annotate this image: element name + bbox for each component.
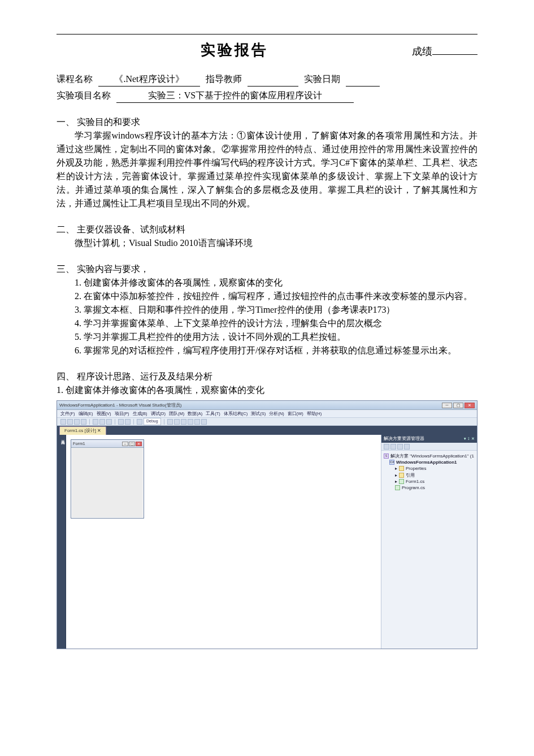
close-tab-icon[interactable]: ✕ bbox=[97, 428, 101, 433]
properties-icon[interactable] bbox=[384, 444, 389, 450]
close-button[interactable]: ✕ bbox=[464, 403, 475, 408]
section-3: 三、 实验内容与要求， 1. 创建窗体并修改窗体的各项属性，观察窗体的变化 2.… bbox=[57, 262, 477, 357]
refresh-icon[interactable] bbox=[397, 444, 403, 450]
toolbar-separator bbox=[133, 419, 134, 425]
menu-tools[interactable]: 工具(T) bbox=[206, 411, 220, 417]
score-label: 成绩 bbox=[412, 44, 432, 59]
form-minimize-icon[interactable]: ─ bbox=[122, 442, 128, 446]
menu-data[interactable]: 数据(A) bbox=[188, 411, 202, 417]
copy-icon[interactable] bbox=[99, 419, 105, 425]
solution-explorer-toolbar bbox=[381, 443, 477, 451]
meta-row-1: 课程名称 《.Net程序设计》 指导教师 实验日期 bbox=[57, 72, 477, 87]
tree-solution-node[interactable]: S 解决方案 "WindowsFormsApplication1" (1 bbox=[384, 453, 475, 459]
save-icon[interactable] bbox=[74, 419, 80, 425]
ide-body: 工具箱 Form1 ─ ▢ ✕ 解决方案资源管理器 bbox=[57, 435, 477, 649]
align-icon[interactable] bbox=[181, 419, 186, 425]
open-icon[interactable] bbox=[67, 419, 73, 425]
tree-project-label: WindowsFormsApplication1 bbox=[396, 459, 457, 465]
tree-node-label: Properties bbox=[406, 465, 426, 472]
title-row: 实验报告 成绩 bbox=[57, 39, 477, 61]
ide-screenshot: WindowsFormsApplication1 - Microsoft Vis… bbox=[57, 400, 477, 649]
section-1-head: 一、 实验目的和要求 bbox=[57, 115, 477, 129]
tab-label: Form1.cs [设计] bbox=[64, 428, 96, 433]
section-4-sub1: 1. 创建窗体并修改窗体的各项属性，观察窗体的变化 bbox=[57, 383, 477, 397]
tree-program-node[interactable]: Program.cs bbox=[384, 485, 475, 491]
window-buttons: ─ ▢ ✕ bbox=[442, 403, 475, 408]
menu-build[interactable]: 生成(B) bbox=[133, 411, 147, 417]
undo-icon[interactable] bbox=[118, 419, 124, 425]
designer-form[interactable]: Form1 ─ ▢ ✕ bbox=[71, 439, 144, 519]
tree-form1-node[interactable]: ▸ Form1.cs bbox=[384, 478, 475, 485]
folder-icon bbox=[399, 466, 404, 471]
folder-icon bbox=[399, 473, 404, 478]
section-3-item-3: 3. 掌握文本框、日期和事件控件的使用，学习Timer控件的使用（参考课表P17… bbox=[57, 303, 477, 317]
section-3-item-6: 6. 掌握常见的对话框控件，编写程序使用打开/保存对话框，并将获取的信息通过标签… bbox=[57, 344, 477, 357]
course-value: 《.Net程序设计》 bbox=[98, 72, 200, 87]
tree-solution-label: 解决方案 "WindowsFormsApplication1" (1 bbox=[390, 453, 474, 459]
toolbar-separator bbox=[89, 419, 90, 425]
section-3-item-2: 2. 在窗体中添加标签控件，按钮控件，编写程序，通过按钮控件的点击事件来改变标签… bbox=[57, 290, 477, 303]
tree-project-node[interactable]: C# WindowsFormsApplication1 bbox=[384, 459, 475, 465]
config-dropdown[interactable]: Debug bbox=[144, 418, 161, 425]
start-debug-icon[interactable] bbox=[137, 419, 142, 425]
tree-references-node[interactable]: ▸ 引用 bbox=[384, 472, 475, 478]
section-3-head: 三、 实验内容与要求， bbox=[57, 262, 477, 276]
tree-node-label: 引用 bbox=[406, 472, 415, 478]
dropdown-icon[interactable]: ▾ bbox=[464, 436, 466, 442]
panel-pin-icons: ▾ ⟟ ✕ bbox=[464, 436, 475, 442]
meta-row-2: 实验项目名称 实验三：VS下基于控件的窗体应用程序设计 bbox=[57, 89, 477, 103]
close-panel-icon[interactable]: ✕ bbox=[471, 436, 475, 442]
cs-file-icon bbox=[395, 485, 400, 490]
ide-window-title: WindowsFormsApplication1 - Microsoft Vis… bbox=[59, 402, 181, 409]
tree-properties-node[interactable]: ▸ Properties bbox=[384, 465, 475, 472]
menu-test[interactable]: 测试(S) bbox=[251, 411, 266, 417]
solution-explorer-title: 解决方案资源管理器 ▾ ⟟ ✕ bbox=[381, 435, 477, 443]
align-icon[interactable] bbox=[188, 419, 193, 425]
minimize-button[interactable]: ─ bbox=[442, 403, 452, 408]
new-icon[interactable] bbox=[60, 419, 66, 425]
expand-icon[interactable]: ▸ bbox=[395, 465, 397, 472]
section-3-item-5: 5. 学习并掌握工具栏控件的使用方法，设计不同外观的工具栏按钮。 bbox=[57, 330, 477, 344]
pin-icon[interactable]: ⟟ bbox=[468, 436, 470, 442]
menu-edit[interactable]: 编辑(E) bbox=[79, 411, 93, 417]
paste-icon[interactable] bbox=[106, 419, 112, 425]
menu-file[interactable]: 文件(F) bbox=[60, 411, 75, 417]
menu-project[interactable]: 项目(P) bbox=[115, 411, 129, 417]
section-4: 四、 程序设计思路、运行及及结果分析 1. 创建窗体并修改窗体的各项属性，观察窗… bbox=[57, 370, 477, 649]
view-code-icon[interactable] bbox=[404, 444, 410, 450]
menu-analyze[interactable]: 分析(N) bbox=[269, 411, 284, 417]
toolbox-strip[interactable]: 工具箱 bbox=[57, 435, 66, 649]
ide-titlebar: WindowsFormsApplication1 - Microsoft Vis… bbox=[57, 401, 477, 410]
cut-icon[interactable] bbox=[93, 419, 98, 425]
page-title: 实验报告 bbox=[57, 39, 412, 61]
save-all-icon[interactable] bbox=[81, 419, 86, 425]
teacher-value bbox=[248, 72, 298, 87]
form-close-icon[interactable]: ✕ bbox=[136, 442, 142, 446]
expand-icon[interactable]: ▸ bbox=[395, 478, 397, 485]
expand-icon[interactable]: ▸ bbox=[395, 472, 397, 478]
tab-form1-design[interactable]: Form1.cs [设计] ✕ bbox=[59, 426, 106, 435]
section-3-item-4: 4. 学习并掌握窗体菜单、上下文菜单控件的设计方法，理解集合中的层次概念 bbox=[57, 317, 477, 330]
align-icon[interactable] bbox=[174, 419, 180, 425]
align-icon[interactable] bbox=[201, 419, 207, 425]
menu-window[interactable]: 窗口(W) bbox=[288, 411, 303, 417]
score-box: 成绩 bbox=[412, 44, 477, 59]
menu-debug[interactable]: 调试(D) bbox=[151, 411, 166, 417]
solution-explorer-label: 解决方案资源管理器 bbox=[384, 435, 424, 442]
redo-icon[interactable] bbox=[125, 419, 131, 425]
maximize-button[interactable]: ▢ bbox=[453, 403, 463, 408]
section-2: 二、 主要仪器设备、试剂或材料 微型计算机；Visual Studio 2010… bbox=[57, 223, 477, 250]
form-designer[interactable]: Form1 ─ ▢ ✕ bbox=[66, 435, 381, 649]
score-blank bbox=[432, 45, 477, 55]
show-all-icon[interactable] bbox=[390, 444, 396, 450]
ide-toolbar: Debug bbox=[57, 418, 477, 426]
menu-view[interactable]: 视图(V) bbox=[97, 411, 111, 417]
menu-team[interactable]: 团队(M) bbox=[169, 411, 184, 417]
align-icon[interactable] bbox=[194, 419, 200, 425]
menu-help[interactable]: 帮助(H) bbox=[307, 411, 322, 417]
project-label: 实验项目名称 bbox=[57, 89, 111, 103]
course-label: 课程名称 bbox=[57, 72, 93, 87]
align-icon[interactable] bbox=[167, 419, 173, 425]
form-maximize-icon[interactable]: ▢ bbox=[129, 442, 135, 446]
menu-arch[interactable]: 体系结构(C) bbox=[224, 411, 248, 417]
